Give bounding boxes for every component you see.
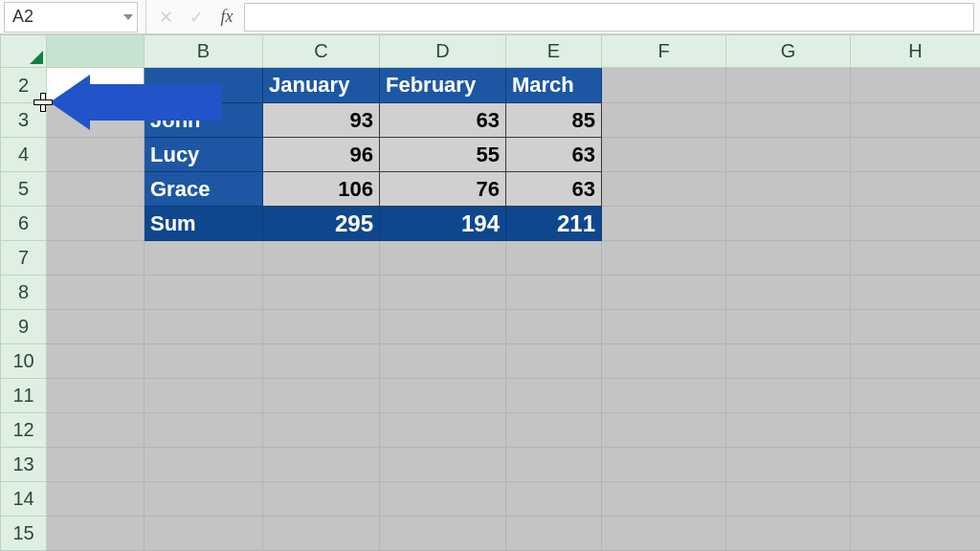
cell[interactable] [263, 276, 380, 310]
cell[interactable] [851, 482, 981, 517]
cell[interactable] [47, 207, 145, 241]
cell[interactable] [851, 517, 981, 551]
dt-row-name[interactable]: Lucy [145, 138, 263, 172]
dt-value[interactable]: 63 [506, 138, 602, 172]
cell[interactable] [726, 310, 851, 344]
row-header-2[interactable]: 2 [1, 68, 47, 103]
cell[interactable] [602, 68, 726, 103]
chevron-down-icon[interactable] [123, 14, 133, 20]
dt-header[interactable]: February [380, 68, 506, 103]
cell[interactable] [602, 103, 726, 138]
row-header-3[interactable]: 3 [1, 103, 47, 138]
row-header-9[interactable]: 9 [1, 310, 47, 344]
select-all-corner[interactable] [1, 35, 47, 68]
row-header-13[interactable]: 13 [1, 448, 47, 482]
dt-value[interactable]: 85 [506, 103, 602, 138]
row-header-15[interactable]: 15 [1, 517, 47, 551]
dt-sum-value[interactable]: 295 [263, 207, 380, 241]
cell[interactable] [602, 138, 726, 172]
cell[interactable] [47, 344, 145, 379]
cell[interactable] [47, 379, 145, 413]
cell[interactable] [851, 448, 981, 482]
cell[interactable] [726, 138, 851, 172]
cell[interactable] [602, 207, 726, 241]
dt-corner[interactable] [145, 68, 263, 103]
cell[interactable] [726, 413, 851, 448]
row-header-6[interactable]: 6 [1, 207, 47, 241]
cell[interactable] [851, 103, 981, 138]
cell[interactable] [380, 379, 506, 413]
cell[interactable] [726, 276, 851, 310]
cell[interactable] [602, 310, 726, 344]
name-box[interactable]: A2 [4, 2, 138, 33]
cell[interactable] [380, 344, 506, 379]
cell[interactable] [851, 172, 981, 207]
row-header-8[interactable]: 8 [1, 276, 47, 310]
cell[interactable] [726, 448, 851, 482]
cell[interactable] [263, 448, 380, 482]
dt-sum-value[interactable]: 194 [380, 207, 506, 241]
cell[interactable] [47, 172, 145, 207]
dt-value[interactable]: 63 [380, 103, 506, 138]
col-header-H[interactable]: H [851, 35, 981, 68]
cell[interactable] [263, 517, 380, 551]
cell[interactable] [851, 138, 981, 172]
cell[interactable] [726, 482, 851, 517]
row-header-11[interactable]: 11 [1, 379, 47, 413]
cell[interactable] [380, 482, 506, 517]
cell[interactable] [726, 379, 851, 413]
cell[interactable] [145, 482, 263, 517]
cell[interactable] [506, 448, 602, 482]
col-header-G[interactable]: G [726, 35, 851, 68]
cell[interactable] [47, 310, 145, 344]
cell[interactable] [47, 276, 145, 310]
cell[interactable] [47, 103, 145, 138]
cell[interactable] [47, 413, 145, 448]
row-header-5[interactable]: 5 [1, 172, 47, 207]
cell[interactable] [380, 448, 506, 482]
cell[interactable] [851, 276, 981, 310]
cell[interactable] [380, 517, 506, 551]
cell[interactable] [380, 276, 506, 310]
dt-header[interactable]: March [506, 68, 602, 103]
cell[interactable] [602, 517, 726, 551]
cell[interactable] [851, 379, 981, 413]
cell[interactable] [726, 207, 851, 241]
cell[interactable] [602, 379, 726, 413]
row-header-12[interactable]: 12 [1, 413, 47, 448]
cell[interactable] [851, 68, 981, 103]
cell[interactable] [506, 517, 602, 551]
cell[interactable] [602, 276, 726, 310]
cell[interactable] [506, 413, 602, 448]
cell[interactable] [602, 413, 726, 448]
dt-value[interactable]: 93 [263, 103, 380, 138]
cell[interactable] [47, 517, 145, 551]
dt-value[interactable]: 55 [380, 138, 506, 172]
col-header-D[interactable]: D [380, 35, 506, 68]
cell[interactable] [506, 344, 602, 379]
dt-value[interactable]: 106 [263, 172, 380, 207]
cell[interactable] [263, 310, 380, 344]
dt-row-name[interactable]: Grace [145, 172, 263, 207]
cell[interactable] [145, 517, 263, 551]
col-header-A[interactable] [47, 35, 145, 68]
cell[interactable] [47, 482, 145, 517]
cell[interactable] [851, 344, 981, 379]
cell[interactable] [380, 413, 506, 448]
cell[interactable] [506, 379, 602, 413]
col-header-E[interactable]: E [506, 35, 602, 68]
cell[interactable] [602, 482, 726, 517]
col-header-C[interactable]: C [263, 35, 380, 68]
cell[interactable] [851, 241, 981, 276]
cell[interactable] [145, 413, 263, 448]
col-header-F[interactable]: F [602, 35, 726, 68]
cell[interactable] [47, 241, 145, 276]
cell[interactable] [851, 310, 981, 344]
dt-sum-label[interactable]: Sum [145, 207, 263, 241]
cell[interactable] [380, 241, 506, 276]
cell[interactable] [263, 482, 380, 517]
dt-header[interactable]: January [263, 68, 380, 103]
dt-value[interactable]: 63 [506, 172, 602, 207]
cell[interactable] [263, 344, 380, 379]
cell[interactable] [47, 448, 145, 482]
